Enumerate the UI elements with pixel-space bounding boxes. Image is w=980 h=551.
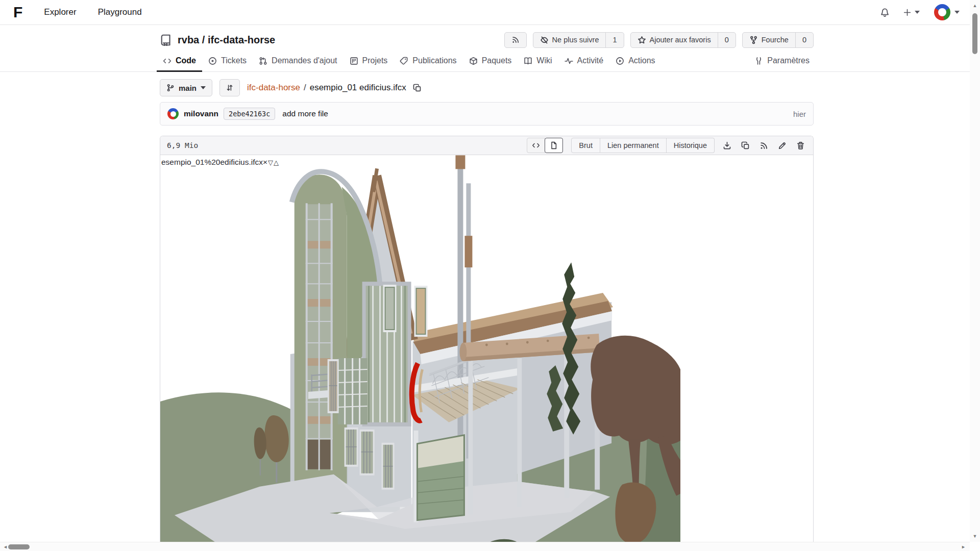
rss-icon bbox=[760, 141, 768, 150]
rss-feed-button[interactable] bbox=[504, 32, 527, 48]
settings-tools-icon bbox=[754, 57, 763, 65]
view-mode-toggle bbox=[527, 138, 563, 153]
repo-owner-link[interactable]: rvba bbox=[178, 34, 199, 45]
tab-issues[interactable]: Tickets bbox=[202, 51, 253, 72]
project-board-icon bbox=[350, 57, 358, 65]
compare-icon bbox=[226, 84, 234, 92]
ifc-model-label: esempio_01%20edificius.ifcx×▽△ bbox=[161, 158, 279, 167]
history-button[interactable]: Historique bbox=[667, 138, 715, 153]
pulse-icon bbox=[565, 57, 573, 65]
horizontal-scroll-thumb[interactable] bbox=[8, 544, 30, 549]
play-circle-icon bbox=[616, 57, 624, 65]
tab-activity[interactable]: Activité bbox=[558, 51, 610, 72]
raw-button[interactable]: Brut bbox=[571, 138, 600, 153]
ifc-model-name: esempio_01%20edificius.ifcx bbox=[161, 158, 263, 167]
copy-content-button[interactable] bbox=[741, 141, 750, 150]
stars-count[interactable]: 0 bbox=[718, 33, 736, 47]
commit-message-link[interactable]: add more file bbox=[282, 109, 328, 118]
top-navbar: F Explorer Playground bbox=[0, 0, 980, 25]
horizontal-scrollbar[interactable]: ◄ ► bbox=[0, 542, 970, 551]
permalink-button[interactable]: Lien permanent bbox=[600, 138, 667, 153]
download-button[interactable] bbox=[723, 141, 731, 150]
delete-file-button[interactable] bbox=[796, 141, 805, 150]
fork-icon bbox=[749, 36, 758, 44]
scroll-down-icon[interactable]: ▼ bbox=[970, 534, 980, 539]
user-menu[interactable] bbox=[933, 3, 960, 21]
breadcrumb-file-name: esempio_01 edificius.ifcx bbox=[310, 83, 406, 93]
branch-selector[interactable]: main bbox=[160, 79, 212, 96]
chevron-down-icon bbox=[954, 11, 960, 14]
pull-request-icon bbox=[259, 57, 267, 65]
star-button[interactable]: Ajouter aux favoris 0 bbox=[630, 32, 736, 48]
tab-code[interactable]: Code bbox=[157, 51, 202, 72]
copy-icon bbox=[413, 84, 422, 92]
nav-link-playground[interactable]: Playground bbox=[98, 7, 142, 17]
tab-wiki[interactable]: Wiki bbox=[518, 51, 558, 72]
tab-pull-requests[interactable]: Demandes d'ajout bbox=[253, 51, 343, 72]
repo-name-link[interactable]: ifc-data-horse bbox=[208, 34, 275, 45]
commit-hash-badge[interactable]: 2ebe42163c bbox=[224, 108, 275, 120]
vertical-scroll-thumb[interactable] bbox=[972, 13, 977, 54]
forks-count[interactable]: 0 bbox=[795, 33, 813, 47]
repo-header: rvba / ifc-data-horse Ne plus suivre 1 A… bbox=[160, 29, 814, 51]
tab-projects[interactable]: Projets bbox=[344, 51, 394, 72]
scroll-up-icon[interactable]: ▲ bbox=[970, 3, 980, 8]
eye-slash-icon bbox=[540, 36, 549, 44]
tab-packages[interactable]: Paquets bbox=[463, 51, 518, 72]
chevron-down-icon bbox=[201, 86, 206, 89]
copy-path-button[interactable] bbox=[413, 84, 422, 92]
forgejo-logo[interactable]: F bbox=[13, 4, 21, 21]
file-size: 6,9 Mio bbox=[167, 141, 198, 149]
chevron-down-icon bbox=[915, 11, 920, 14]
git-branch-icon bbox=[166, 84, 175, 92]
issue-circle-icon bbox=[208, 57, 217, 65]
vertical-scrollbar[interactable]: ▲ ▼ bbox=[970, 0, 980, 542]
star-icon bbox=[638, 36, 646, 44]
code-icon bbox=[532, 141, 540, 149]
create-new-dropdown[interactable] bbox=[903, 8, 920, 17]
scroll-left-icon[interactable]: ◄ bbox=[3, 543, 8, 551]
nav-link-explore[interactable]: Explorer bbox=[44, 7, 76, 17]
package-icon bbox=[469, 57, 478, 65]
code-icon bbox=[163, 57, 172, 65]
tab-actions[interactable]: Actions bbox=[609, 51, 661, 72]
repo-title-separator: / bbox=[202, 34, 205, 45]
forgejo-repo-page: F Explorer Playground rvba bbox=[0, 0, 980, 551]
file-action-buttons: Brut Lien permanent Historique bbox=[571, 138, 715, 153]
copy-icon bbox=[741, 141, 750, 150]
breadcrumb: ifc-data-horse / esempio_01 edificius.if… bbox=[247, 83, 422, 93]
ifc-3d-render[interactable] bbox=[160, 155, 680, 551]
rendered-view-button[interactable] bbox=[545, 138, 563, 153]
commit-author-avatar[interactable] bbox=[167, 108, 179, 119]
pencil-icon bbox=[778, 141, 787, 150]
download-icon bbox=[723, 141, 731, 150]
collapse-icon[interactable]: ▽ bbox=[267, 159, 273, 166]
watchers-count[interactable]: 1 bbox=[605, 33, 623, 47]
tab-releases[interactable]: Publications bbox=[394, 51, 462, 72]
repo-title: rvba / ifc-data-horse bbox=[160, 34, 275, 46]
fork-button[interactable]: Fourche 0 bbox=[742, 32, 814, 48]
avatar[interactable] bbox=[934, 4, 950, 20]
file-view-header: 6,9 Mio Brut Lien permanent Historique bbox=[160, 136, 813, 155]
repo-icon bbox=[160, 34, 172, 46]
scroll-right-icon[interactable]: ► bbox=[961, 543, 966, 551]
breadcrumb-separator: / bbox=[304, 83, 306, 93]
source-view-button[interactable] bbox=[527, 138, 545, 153]
latest-commit-bar: milovann 2ebe42163c add more file hier bbox=[160, 102, 814, 126]
close-icon[interactable]: × bbox=[263, 158, 267, 167]
file-icon bbox=[550, 141, 558, 149]
book-icon bbox=[524, 57, 532, 65]
trash-icon bbox=[796, 141, 805, 150]
tag-icon bbox=[400, 57, 408, 65]
tab-settings[interactable]: Paramètres bbox=[748, 51, 816, 72]
expand-icon[interactable]: △ bbox=[273, 159, 279, 166]
commit-time: hier bbox=[793, 110, 806, 118]
unwatch-button[interactable]: Ne plus suivre 1 bbox=[533, 32, 624, 48]
rss-file-button[interactable] bbox=[760, 141, 768, 150]
file-navigation-row: main ifc-data-horse / esempio_01 edifici… bbox=[160, 79, 814, 97]
edit-file-button[interactable] bbox=[778, 141, 787, 150]
breadcrumb-repo-link[interactable]: ifc-data-horse bbox=[247, 83, 300, 93]
compare-button[interactable] bbox=[219, 79, 240, 96]
commit-author-name[interactable]: milovann bbox=[184, 109, 218, 118]
notifications-bell-icon[interactable] bbox=[880, 8, 890, 17]
